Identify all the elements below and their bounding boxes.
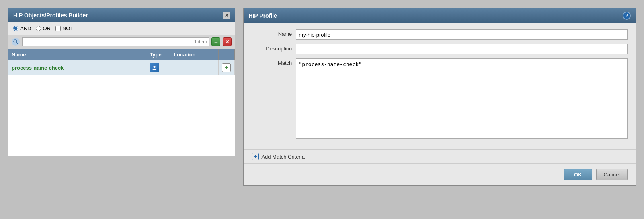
add-match-label: Add Match Criteria <box>261 154 305 160</box>
svg-point-0 <box>14 40 17 43</box>
row-type-cell <box>146 60 170 75</box>
match-label: Match <box>252 58 292 66</box>
search-input[interactable] <box>22 37 209 46</box>
cancel-button[interactable]: Cancel <box>596 169 628 180</box>
help-icon[interactable]: ? <box>623 12 631 20</box>
table-row[interactable]: process-name-check + <box>8 60 235 75</box>
add-row-button[interactable]: + <box>222 63 231 72</box>
right-title-bar: HIP Profile ? <box>244 8 636 23</box>
add-match-row[interactable]: + Add Match Criteria <box>244 149 636 163</box>
not-checkbox[interactable] <box>55 26 61 31</box>
or-label: OR <box>43 25 51 31</box>
right-panel-title: HIP Profile <box>248 12 277 19</box>
description-input[interactable] <box>296 44 628 54</box>
right-panel: HIP Profile ? Name Description Match "pr… <box>243 8 636 186</box>
search-icon <box>12 38 20 46</box>
and-label: AND <box>20 25 31 31</box>
col-header-type: Type <box>146 49 170 60</box>
row-add-cell: + <box>219 60 235 75</box>
match-row: Match "process-name-check" <box>252 58 628 139</box>
search-row: → ✕ <box>8 35 235 49</box>
or-radio[interactable] <box>36 26 41 31</box>
col-header-name: Name <box>8 49 146 60</box>
col-header-action <box>219 49 235 60</box>
name-label: Name <box>252 29 292 37</box>
form-area: Name Description Match "process-name-che… <box>244 23 636 149</box>
ok-button[interactable]: OK <box>564 169 592 180</box>
arrow-button[interactable]: → <box>211 37 220 46</box>
left-close-button[interactable]: ✕ <box>223 12 230 19</box>
left-title-bar: HIP Objects/Profiles Builder ✕ <box>8 8 235 22</box>
left-panel: HIP Objects/Profiles Builder ✕ AND OR NO… <box>8 8 235 156</box>
col-header-location: Location <box>170 49 219 60</box>
empty-list-area <box>8 75 235 156</box>
svg-point-3 <box>154 66 156 68</box>
table-header: Name Type Location <box>8 49 235 60</box>
button-row: OK Cancel <box>244 163 636 185</box>
entry-name: process-name-check <box>12 65 64 71</box>
name-input[interactable] <box>296 29 628 40</box>
svg-line-1 <box>16 43 18 44</box>
description-row: Description <box>252 44 628 54</box>
row-location-cell <box>170 60 219 75</box>
type-icon <box>150 63 159 72</box>
match-textarea[interactable]: "process-name-check" <box>296 58 628 139</box>
description-label: Description <box>252 44 292 52</box>
row-name-cell: process-name-check <box>8 60 146 75</box>
and-radio-label[interactable]: AND <box>13 25 31 31</box>
add-match-icon[interactable]: + <box>252 153 259 160</box>
or-radio-label[interactable]: OR <box>36 25 51 31</box>
logic-row: AND OR NOT <box>8 22 235 35</box>
left-panel-title: HIP Objects/Profiles Builder <box>13 12 88 19</box>
name-row: Name <box>252 29 628 40</box>
not-checkbox-label[interactable]: NOT <box>55 25 73 31</box>
and-radio[interactable] <box>13 26 18 31</box>
not-label: NOT <box>62 25 73 31</box>
delete-button[interactable]: ✕ <box>223 37 232 46</box>
